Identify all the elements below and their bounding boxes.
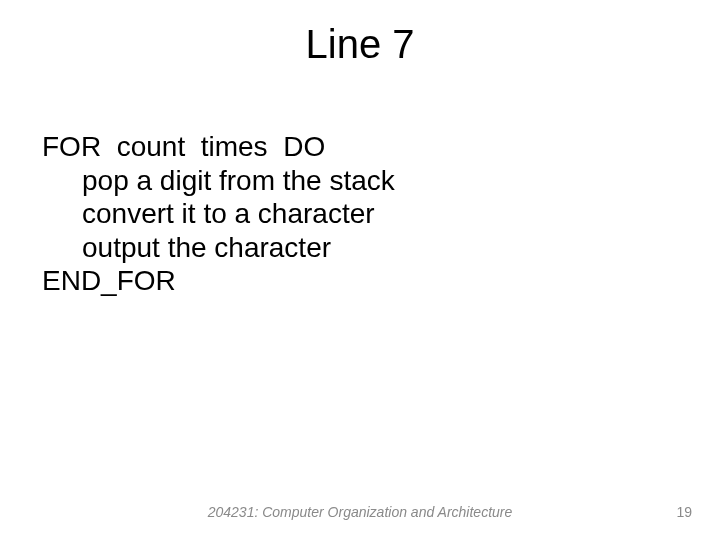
slide-body: FOR count times DO pop a digit from the … xyxy=(42,130,678,298)
page-number: 19 xyxy=(676,504,692,520)
slide-title: Line 7 xyxy=(0,22,720,67)
pseudocode-line-output: output the character xyxy=(42,231,678,265)
pseudocode-line-pop: pop a digit from the stack xyxy=(42,164,678,198)
footer-course-title: 204231: Computer Organization and Archit… xyxy=(0,504,720,520)
slide: Line 7 FOR count times DO pop a digit fr… xyxy=(0,0,720,540)
pseudocode-line-for: FOR count times DO xyxy=(42,130,678,164)
pseudocode-line-endfor: END_FOR xyxy=(42,264,678,298)
pseudocode-line-convert: convert it to a character xyxy=(42,197,678,231)
